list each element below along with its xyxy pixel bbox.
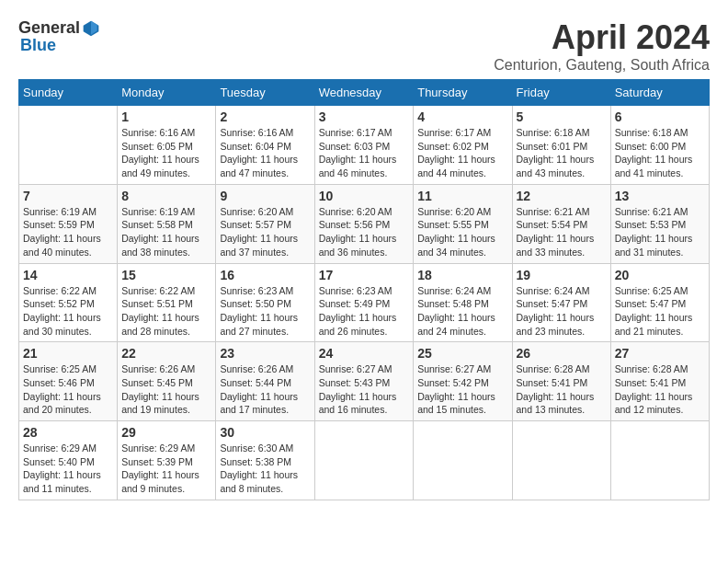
day-header-monday: Monday — [118, 80, 216, 106]
calendar-cell: 16Sunrise: 6:23 AM Sunset: 5:50 PM Dayli… — [216, 263, 314, 342]
location-text: Centurion, Gauteng, South Africa — [494, 57, 710, 74]
calendar-cell: 22Sunrise: 6:26 AM Sunset: 5:45 PM Dayli… — [118, 342, 216, 421]
calendar-cell: 24Sunrise: 6:27 AM Sunset: 5:43 PM Dayli… — [314, 342, 414, 421]
day-number: 19 — [517, 268, 607, 282]
day-number: 4 — [417, 109, 507, 124]
day-number: 14 — [23, 268, 113, 282]
week-row-3: 14Sunrise: 6:22 AM Sunset: 5:52 PM Dayli… — [19, 263, 710, 342]
day-number: 3 — [319, 109, 410, 124]
day-info: Sunrise: 6:20 AM Sunset: 5:57 PM Dayligh… — [220, 205, 310, 259]
week-row-2: 7Sunrise: 6:19 AM Sunset: 5:59 PM Daylig… — [19, 184, 710, 263]
calendar-cell: 9Sunrise: 6:20 AM Sunset: 5:57 PM Daylig… — [216, 184, 314, 263]
day-number: 28 — [23, 425, 113, 440]
calendar-cell: 3Sunrise: 6:17 AM Sunset: 6:03 PM Daylig… — [314, 106, 414, 185]
day-info: Sunrise: 6:24 AM Sunset: 5:47 PM Dayligh… — [517, 284, 607, 339]
logo-general-text: General — [18, 18, 80, 38]
calendar-cell: 8Sunrise: 6:19 AM Sunset: 5:58 PM Daylig… — [118, 184, 216, 263]
day-info: Sunrise: 6:18 AM Sunset: 6:00 PM Dayligh… — [615, 126, 705, 180]
day-number: 7 — [23, 189, 113, 203]
day-info: Sunrise: 6:18 AM Sunset: 6:01 PM Dayligh… — [517, 126, 607, 180]
logo: General Blue — [18, 18, 100, 55]
day-info: Sunrise: 6:21 AM Sunset: 5:53 PM Dayligh… — [615, 205, 705, 259]
calendar-cell: 30Sunrise: 6:30 AM Sunset: 5:38 PM Dayli… — [216, 421, 314, 500]
calendar-cell: 29Sunrise: 6:29 AM Sunset: 5:39 PM Dayli… — [118, 421, 216, 500]
week-row-1: 1Sunrise: 6:16 AM Sunset: 6:05 PM Daylig… — [19, 106, 710, 185]
day-header-row: SundayMondayTuesdayWednesdayThursdayFrid… — [19, 80, 710, 106]
day-info: Sunrise: 6:26 AM Sunset: 5:45 PM Dayligh… — [121, 362, 211, 417]
day-info: Sunrise: 6:20 AM Sunset: 5:56 PM Dayligh… — [319, 205, 410, 259]
day-header-saturday: Saturday — [610, 80, 709, 106]
day-number: 13 — [615, 189, 705, 203]
day-number: 12 — [517, 189, 607, 203]
calendar-cell: 23Sunrise: 6:26 AM Sunset: 5:44 PM Dayli… — [216, 342, 314, 421]
logo-blue-text: Blue — [20, 36, 56, 55]
day-info: Sunrise: 6:20 AM Sunset: 5:55 PM Dayligh… — [417, 205, 507, 259]
calendar-cell: 5Sunrise: 6:18 AM Sunset: 6:01 PM Daylig… — [512, 106, 610, 185]
day-header-friday: Friday — [512, 80, 610, 106]
day-info: Sunrise: 6:22 AM Sunset: 5:52 PM Dayligh… — [23, 284, 113, 339]
calendar-cell: 12Sunrise: 6:21 AM Sunset: 5:54 PM Dayli… — [512, 184, 610, 263]
calendar-cell: 27Sunrise: 6:28 AM Sunset: 5:41 PM Dayli… — [610, 342, 709, 421]
day-info: Sunrise: 6:27 AM Sunset: 5:43 PM Dayligh… — [319, 362, 410, 417]
day-info: Sunrise: 6:16 AM Sunset: 6:05 PM Dayligh… — [121, 126, 211, 180]
day-info: Sunrise: 6:27 AM Sunset: 5:42 PM Dayligh… — [417, 362, 507, 417]
day-header-tuesday: Tuesday — [216, 80, 314, 106]
day-number: 10 — [319, 189, 410, 203]
day-number: 5 — [517, 109, 607, 124]
week-row-5: 28Sunrise: 6:29 AM Sunset: 5:40 PM Dayli… — [19, 421, 710, 500]
calendar-cell: 7Sunrise: 6:19 AM Sunset: 5:59 PM Daylig… — [19, 184, 118, 263]
day-info: Sunrise: 6:22 AM Sunset: 5:51 PM Dayligh… — [121, 284, 211, 339]
day-header-wednesday: Wednesday — [314, 80, 414, 106]
calendar-cell — [512, 421, 610, 500]
day-number: 20 — [615, 268, 705, 282]
day-info: Sunrise: 6:28 AM Sunset: 5:41 PM Dayligh… — [615, 362, 705, 417]
day-info: Sunrise: 6:29 AM Sunset: 5:39 PM Dayligh… — [121, 442, 211, 496]
day-number: 23 — [220, 346, 310, 361]
calendar-cell — [314, 421, 414, 500]
day-info: Sunrise: 6:30 AM Sunset: 5:38 PM Dayligh… — [220, 442, 310, 496]
calendar-table: SundayMondayTuesdayWednesdayThursdayFrid… — [18, 79, 710, 500]
day-info: Sunrise: 6:23 AM Sunset: 5:50 PM Dayligh… — [220, 284, 310, 339]
day-info: Sunrise: 6:25 AM Sunset: 5:46 PM Dayligh… — [23, 362, 113, 417]
calendar-cell: 6Sunrise: 6:18 AM Sunset: 6:00 PM Daylig… — [610, 106, 709, 185]
day-number: 2 — [220, 109, 310, 124]
day-info: Sunrise: 6:17 AM Sunset: 6:02 PM Dayligh… — [417, 126, 507, 180]
day-info: Sunrise: 6:17 AM Sunset: 6:03 PM Dayligh… — [319, 126, 410, 180]
calendar-cell — [19, 106, 118, 185]
day-number: 26 — [517, 346, 607, 361]
calendar-cell: 13Sunrise: 6:21 AM Sunset: 5:53 PM Dayli… — [610, 184, 709, 263]
day-info: Sunrise: 6:19 AM Sunset: 5:58 PM Dayligh… — [121, 205, 211, 259]
calendar-cell: 20Sunrise: 6:25 AM Sunset: 5:47 PM Dayli… — [610, 263, 709, 342]
day-number: 21 — [23, 346, 113, 361]
day-number: 27 — [615, 346, 705, 361]
calendar-cell — [414, 421, 512, 500]
day-info: Sunrise: 6:23 AM Sunset: 5:49 PM Dayligh… — [319, 284, 410, 339]
calendar-cell: 14Sunrise: 6:22 AM Sunset: 5:52 PM Dayli… — [19, 263, 118, 342]
day-number: 30 — [220, 425, 310, 440]
calendar-cell: 25Sunrise: 6:27 AM Sunset: 5:42 PM Dayli… — [414, 342, 512, 421]
calendar-cell: 18Sunrise: 6:24 AM Sunset: 5:48 PM Dayli… — [414, 263, 512, 342]
calendar-cell: 2Sunrise: 6:16 AM Sunset: 6:04 PM Daylig… — [216, 106, 314, 185]
month-title: April 2024 — [494, 18, 710, 57]
calendar-cell: 21Sunrise: 6:25 AM Sunset: 5:46 PM Dayli… — [19, 342, 118, 421]
day-number: 17 — [319, 268, 410, 282]
title-section: April 2024 Centurion, Gauteng, South Afr… — [494, 18, 710, 74]
calendar-cell: 15Sunrise: 6:22 AM Sunset: 5:51 PM Dayli… — [118, 263, 216, 342]
day-info: Sunrise: 6:21 AM Sunset: 5:54 PM Dayligh… — [517, 205, 607, 259]
day-number: 29 — [121, 425, 211, 440]
day-info: Sunrise: 6:24 AM Sunset: 5:48 PM Dayligh… — [417, 284, 507, 339]
calendar-cell: 17Sunrise: 6:23 AM Sunset: 5:49 PM Dayli… — [314, 263, 414, 342]
day-info: Sunrise: 6:16 AM Sunset: 6:04 PM Dayligh… — [220, 126, 310, 180]
day-number: 22 — [121, 346, 211, 361]
day-info: Sunrise: 6:26 AM Sunset: 5:44 PM Dayligh… — [220, 362, 310, 417]
day-header-thursday: Thursday — [414, 80, 512, 106]
day-number: 24 — [319, 346, 410, 361]
day-number: 9 — [220, 189, 310, 203]
calendar-cell — [610, 421, 709, 500]
day-info: Sunrise: 6:28 AM Sunset: 5:41 PM Dayligh… — [517, 362, 607, 417]
day-info: Sunrise: 6:25 AM Sunset: 5:47 PM Dayligh… — [615, 284, 705, 339]
logo-icon — [82, 19, 100, 38]
day-number: 25 — [417, 346, 507, 361]
day-number: 15 — [121, 268, 211, 282]
calendar-cell: 1Sunrise: 6:16 AM Sunset: 6:05 PM Daylig… — [118, 106, 216, 185]
